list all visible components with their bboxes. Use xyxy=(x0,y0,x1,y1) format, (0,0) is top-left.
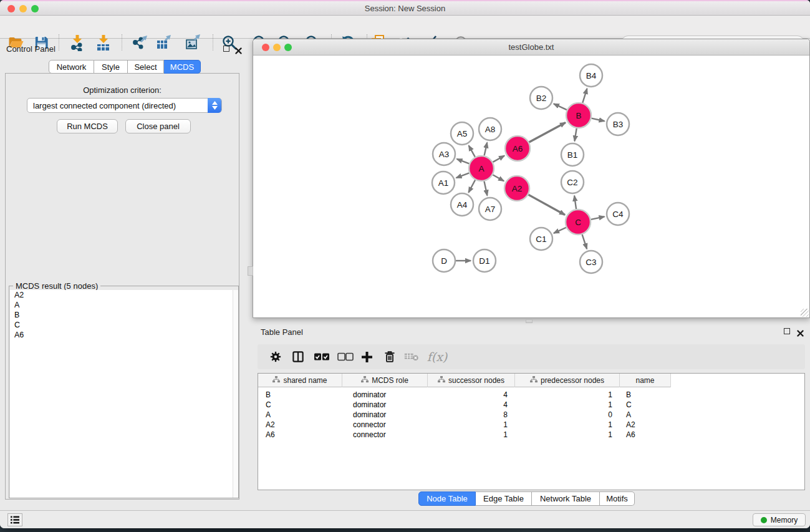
table-cell[interactable]: C xyxy=(266,400,271,410)
mcds-result-list[interactable]: A2ABCA6 xyxy=(10,290,238,498)
edge-B-B1[interactable] xyxy=(574,128,576,142)
panel-splitter-handle[interactable] xyxy=(248,266,253,276)
column-header-shared-name[interactable]: shared name xyxy=(258,374,342,387)
column-header-MCDS-role[interactable]: MCDS role xyxy=(342,374,428,387)
edge-C-C1[interactable] xyxy=(554,228,566,233)
list-item[interactable]: A xyxy=(10,300,238,310)
export-table-icon[interactable] xyxy=(155,34,172,51)
network-window-titlebar[interactable]: testGlobe.txt xyxy=(253,39,809,56)
column-header-name[interactable]: name xyxy=(620,374,671,387)
table-settings-gear-icon[interactable] xyxy=(266,348,285,365)
export-network-icon[interactable] xyxy=(131,34,148,51)
run-mcds-button[interactable]: Run MCDS xyxy=(57,119,118,133)
float-table-panel-icon[interactable] xyxy=(784,328,791,335)
select-all-rows-icon[interactable] xyxy=(312,348,331,365)
delete-table-icon[interactable] xyxy=(402,348,421,365)
scrollbar-track[interactable] xyxy=(233,290,238,498)
app-title: Session: New Session xyxy=(0,4,810,13)
export-image-icon[interactable] xyxy=(184,34,201,51)
edge-C-C3[interactable] xyxy=(582,235,587,249)
network-window-title: testGlobe.txt xyxy=(253,42,809,52)
edge-C-C2[interactable] xyxy=(574,196,576,209)
memory-label: Memory xyxy=(771,516,798,525)
edge-A-A8[interactable] xyxy=(485,142,488,155)
column-header-predecessor-nodes[interactable]: predecessor nodes xyxy=(515,374,620,387)
tab-mcds[interactable]: MCDS xyxy=(164,60,201,74)
import-table-icon[interactable] xyxy=(94,34,112,51)
edge-A-A4[interactable] xyxy=(468,180,475,193)
list-item[interactable]: A6 xyxy=(10,331,238,341)
list-item[interactable]: B xyxy=(10,310,238,320)
table-cell[interactable]: C xyxy=(626,400,632,410)
node-label: C1 xyxy=(536,235,546,244)
table-cell[interactable]: 4 xyxy=(428,390,508,400)
close-table-panel-icon[interactable] xyxy=(797,328,804,335)
list-item[interactable]: C xyxy=(10,321,238,331)
table-cell[interactable]: 4 xyxy=(428,400,508,410)
resize-grip-icon[interactable] xyxy=(801,309,809,317)
table-cell[interactable]: connector xyxy=(353,420,386,430)
edge-A2-C[interactable] xyxy=(528,195,565,215)
table-cell[interactable]: A xyxy=(626,410,631,420)
edge-B-B4[interactable] xyxy=(582,89,587,103)
table-cell[interactable]: 1 xyxy=(428,430,508,440)
node-label: A1 xyxy=(438,178,449,188)
add-column-icon[interactable] xyxy=(357,348,376,365)
edge-B-B3[interactable] xyxy=(591,118,604,122)
table-header-row: shared nameMCDS rolesuccessor nodesprede… xyxy=(258,374,671,387)
table-cell[interactable]: A6 xyxy=(626,430,635,440)
table-cell[interactable]: dominator xyxy=(353,400,386,410)
table-cell[interactable]: A6 xyxy=(266,430,275,440)
table-cell[interactable]: B xyxy=(626,390,631,400)
import-network-icon[interactable] xyxy=(68,34,85,51)
deselect-all-rows-icon[interactable] xyxy=(336,348,355,365)
table-cell[interactable]: 1 xyxy=(515,400,612,410)
table-cell[interactable]: A xyxy=(266,410,271,420)
edge-A-A7[interactable] xyxy=(484,181,487,196)
tab-network-table[interactable]: Network Table xyxy=(532,491,600,506)
table-cell[interactable]: 1 xyxy=(428,420,508,430)
tab-motifs[interactable]: Motifs xyxy=(600,491,635,506)
toolbar-separator xyxy=(122,34,122,51)
function-builder-icon[interactable]: f(x) xyxy=(425,348,450,365)
tab-network[interactable]: Network xyxy=(49,60,94,74)
table-cell[interactable]: 1 xyxy=(515,430,612,440)
horizontal-splitter-handle[interactable] xyxy=(526,319,533,323)
tab-style[interactable]: Style xyxy=(94,60,128,74)
delete-column-icon[interactable] xyxy=(380,348,399,365)
edge-A-A3[interactable] xyxy=(457,159,470,164)
column-header-successor-nodes[interactable]: successor nodes xyxy=(428,374,515,387)
table-cell[interactable]: connector xyxy=(353,430,386,440)
tab-select[interactable]: Select xyxy=(128,60,164,74)
memory-button[interactable]: Memory xyxy=(753,513,806,526)
edge-A6-B[interactable] xyxy=(529,122,565,142)
node-label: D xyxy=(441,256,447,266)
table-cell[interactable]: dominator xyxy=(353,410,386,420)
edge-A-A6[interactable] xyxy=(493,156,504,162)
optimization-criterion-select[interactable]: largest connected component (directed) xyxy=(27,98,222,113)
edge-A-A5[interactable] xyxy=(469,145,475,157)
edge-A-A2[interactable] xyxy=(493,175,504,181)
edge-C-C4[interactable] xyxy=(591,216,605,219)
float-panel-icon[interactable] xyxy=(223,46,230,52)
table-cell[interactable]: dominator xyxy=(353,390,386,400)
table-cell[interactable]: A2 xyxy=(626,420,635,430)
network-graph-canvas[interactable]: AA6A2BCA5A8A3A1A4A7B2B4B3B1C2C4C1C3DD1 xyxy=(253,56,809,318)
table-cell[interactable]: 1 xyxy=(515,420,612,430)
close-panel-button[interactable]: Close panel xyxy=(125,119,191,133)
task-history-button[interactable] xyxy=(7,513,22,526)
table-cell[interactable]: 1 xyxy=(515,390,612,400)
edge-B-B2[interactable] xyxy=(554,104,567,110)
table-cell[interactable]: B xyxy=(266,390,271,400)
tab-node-table[interactable]: Node Table xyxy=(418,491,476,506)
list-item[interactable]: A2 xyxy=(10,290,238,300)
hierarchy-icon xyxy=(361,376,369,385)
table-cell[interactable]: 0 xyxy=(515,410,612,420)
show-columns-icon[interactable] xyxy=(289,348,307,365)
tab-edge-table[interactable]: Edge Table xyxy=(476,491,532,506)
edge-A-A1[interactable] xyxy=(456,173,470,178)
table-cell[interactable]: 8 xyxy=(428,410,508,420)
node-label: A5 xyxy=(457,129,468,138)
close-panel-icon[interactable] xyxy=(235,46,242,52)
table-cell[interactable]: A2 xyxy=(266,420,275,430)
